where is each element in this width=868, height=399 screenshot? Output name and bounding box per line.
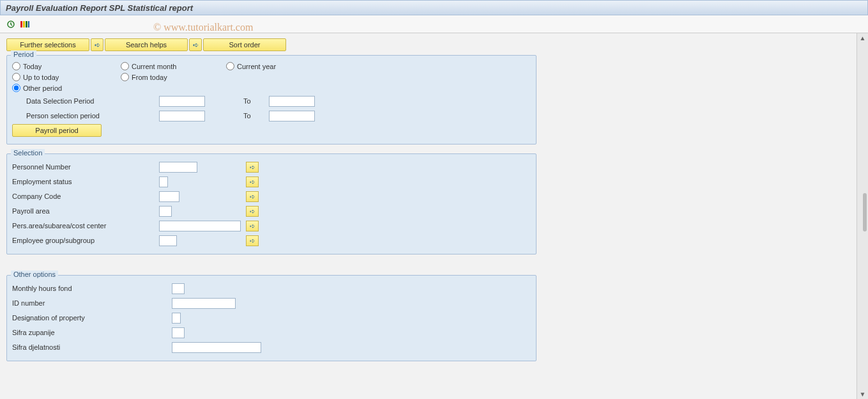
arrow-right-icon: ➪ <box>95 41 100 49</box>
selection-group-title: Selection <box>11 149 45 157</box>
arrow-right-icon: ➪ <box>193 41 199 49</box>
variants-icon[interactable] <box>19 19 31 30</box>
arrow-right-icon: ➪ <box>250 223 255 230</box>
radio-today[interactable]: Today <box>12 62 121 70</box>
designation-input[interactable] <box>172 313 181 324</box>
radio-current-year[interactable]: Current year <box>226 62 335 70</box>
svg-rect-1 <box>20 21 22 27</box>
employment-status-multi-button[interactable]: ➪ <box>246 176 259 187</box>
payroll-area-label: Payroll area <box>12 207 159 215</box>
radio-up-to-today[interactable]: Up to today <box>12 73 121 81</box>
company-code-multi-button[interactable]: ➪ <box>246 191 259 202</box>
person-selection-period-label: Person selection period <box>12 112 159 120</box>
designation-label: Designation of property <box>12 314 172 322</box>
radio-other-period-input[interactable] <box>12 84 20 92</box>
sifra-zupanije-input[interactable] <box>172 327 185 338</box>
employee-group-multi-button[interactable]: ➪ <box>246 235 259 246</box>
search-helps-arrow-button[interactable]: ➪ <box>91 38 103 51</box>
arrow-right-icon: ➪ <box>250 208 255 215</box>
toolbar <box>0 15 868 33</box>
further-selections-button[interactable]: Further selections <box>6 38 89 51</box>
employee-group-input[interactable] <box>159 235 177 246</box>
svg-rect-4 <box>28 21 29 27</box>
radio-from-today-input[interactable] <box>121 73 129 81</box>
svg-rect-2 <box>23 21 25 27</box>
data-selection-period-from-input[interactable] <box>159 96 205 107</box>
svg-rect-3 <box>26 21 27 27</box>
payroll-area-input[interactable] <box>159 206 172 217</box>
radio-from-today-label: From today <box>132 74 167 81</box>
pers-area-multi-button[interactable]: ➪ <box>246 221 259 231</box>
person-selection-period-from-input[interactable] <box>159 111 205 121</box>
pers-area-input[interactable] <box>159 221 241 231</box>
monthly-hours-label: Monthly hours fond <box>12 285 172 292</box>
payroll-period-button[interactable]: Payroll period <box>12 124 102 137</box>
sifra-djelatnosti-input[interactable] <box>172 342 261 353</box>
sort-order-button[interactable]: Sort order <box>203 38 286 51</box>
personnel-number-label: Personnel Number <box>12 163 159 171</box>
person-selection-period-to-input[interactable] <box>269 111 315 121</box>
selection-buttons-row: Further selections ➪ Search helps ➪ Sort… <box>6 38 849 51</box>
monthly-hours-input[interactable] <box>172 283 185 294</box>
radio-other-period[interactable]: Other period <box>12 84 121 92</box>
arrow-right-icon: ➪ <box>250 164 255 171</box>
radio-today-label: Today <box>23 63 42 70</box>
employment-status-input[interactable] <box>159 176 168 187</box>
period-group-title: Period <box>11 51 36 58</box>
radio-from-today[interactable]: From today <box>121 73 226 81</box>
data-selection-period-to-input[interactable] <box>269 96 315 107</box>
person-selection-period-to-label: To <box>243 112 269 120</box>
id-number-label: ID number <box>12 299 172 307</box>
title-bar: Payroll Evaluation Report SPL Statistica… <box>0 0 868 15</box>
radio-current-month-input[interactable] <box>121 62 129 70</box>
employee-group-label: Employee group/subgroup <box>12 237 159 244</box>
radio-current-month[interactable]: Current month <box>121 62 226 70</box>
search-helps-button[interactable]: Search helps <box>105 38 188 51</box>
scroll-handle[interactable] <box>863 193 867 231</box>
radio-current-month-label: Current month <box>132 63 176 70</box>
employment-status-label: Employment status <box>12 178 159 185</box>
personnel-number-multi-button[interactable]: ➪ <box>246 162 259 173</box>
selection-group: Selection Personnel Number ➪ Employment … <box>6 153 537 254</box>
id-number-input[interactable] <box>172 298 236 309</box>
arrow-right-icon: ➪ <box>250 237 255 244</box>
page-title: Payroll Evaluation Report SPL Statistica… <box>6 3 193 13</box>
radio-up-to-today-label: Up to today <box>23 74 59 81</box>
payroll-area-multi-button[interactable]: ➪ <box>246 206 259 217</box>
other-options-group: Other options Monthly hours fond ID numb… <box>6 275 537 361</box>
content-area: Further selections ➪ Search helps ➪ Sort… <box>0 33 855 399</box>
radio-other-period-label: Other period <box>23 84 62 92</box>
radio-current-year-input[interactable] <box>226 62 234 70</box>
radio-today-input[interactable] <box>12 62 20 70</box>
other-options-group-title: Other options <box>11 270 58 278</box>
sifra-djelatnosti-label: Sifra djelatnosti <box>12 343 172 351</box>
radio-current-year-label: Current year <box>237 63 276 70</box>
vertical-scrollbar[interactable]: ▲ ▼ <box>857 33 868 399</box>
sifra-zupanije-label: Sifra zupanije <box>12 329 172 336</box>
arrow-right-icon: ➪ <box>250 193 255 200</box>
radio-up-to-today-input[interactable] <box>12 73 20 81</box>
arrow-right-icon: ➪ <box>250 178 255 185</box>
personnel-number-input[interactable] <box>159 162 197 173</box>
company-code-label: Company Code <box>12 192 159 200</box>
period-group: Period Today Current month Current year … <box>6 55 537 145</box>
data-selection-period-label: Data Selection Period <box>12 97 159 105</box>
execute-icon[interactable] <box>5 19 17 30</box>
sort-order-arrow-button[interactable]: ➪ <box>189 38 202 51</box>
pers-area-label: Pers.area/subarea/cost center <box>12 222 159 230</box>
scroll-down-icon[interactable]: ▼ <box>857 389 868 399</box>
scroll-up-icon[interactable]: ▲ <box>857 33 868 43</box>
company-code-input[interactable] <box>159 191 179 202</box>
data-selection-period-to-label: To <box>243 97 269 105</box>
